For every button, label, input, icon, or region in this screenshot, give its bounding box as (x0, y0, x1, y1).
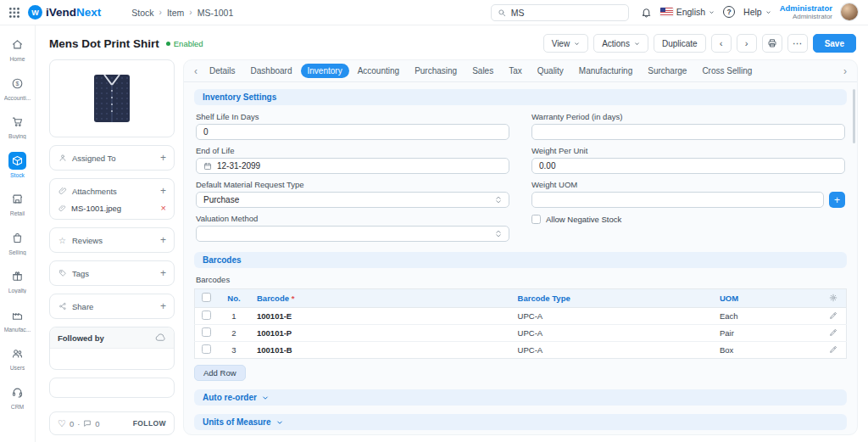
tab-inventory[interactable]: Inventory (301, 64, 349, 78)
sidebar-item-buying[interactable]: Buying (0, 113, 35, 152)
remove-attachment-icon[interactable]: × (161, 203, 166, 213)
add-tag-button[interactable]: + (160, 268, 166, 278)
breadcrumb-item[interactable]: Item (167, 8, 184, 18)
avatar[interactable] (841, 3, 858, 20)
global-search-input[interactable]: MS (491, 4, 629, 21)
save-button[interactable]: Save (813, 34, 856, 53)
col-uom: UOM (713, 289, 821, 308)
breadcrumb-stock[interactable]: Stock (131, 8, 153, 18)
tab-purchasing[interactable]: Purchasing (408, 64, 464, 78)
row-checkbox[interactable] (202, 344, 211, 354)
share-add-button[interactable]: + (160, 301, 166, 311)
end-of-life-date-input[interactable]: 12-31-2099 (196, 158, 509, 174)
gift-icon (8, 267, 26, 285)
tab-dashboard[interactable]: Dashboard (244, 64, 299, 78)
allow-negative-stock-checkbox[interactable] (531, 215, 541, 224)
like-heart-icon[interactable]: ♡ (58, 418, 66, 429)
apps-grid-icon[interactable] (8, 7, 19, 18)
grid-settings-gear-icon[interactable] (829, 294, 837, 302)
star-icon: ☆ (58, 236, 67, 245)
help-circle-icon[interactable]: ? (723, 6, 735, 18)
sidebar-item-retail[interactable]: Retail (0, 190, 35, 229)
sidebar-item-crm[interactable]: CRM (0, 383, 35, 422)
followed-by-label: Followed by (58, 333, 104, 343)
sidebar-item-accounting[interactable]: $ Accounti... (0, 75, 35, 114)
print-button[interactable] (762, 34, 782, 53)
share-icon (58, 302, 67, 311)
edit-row-pencil-icon[interactable] (829, 328, 837, 337)
sidebar-item-loyalty[interactable]: Loyalty (0, 267, 35, 306)
chevron-down-icon (574, 41, 580, 47)
tags-label: Tags (72, 269, 89, 278)
select-all-checkbox[interactable] (202, 293, 211, 302)
attachment-file-link[interactable]: MS-1001.jpeg (71, 204, 121, 213)
tabs-scroll-left-icon[interactable]: ‹ (191, 65, 201, 77)
sidebar-item-stock[interactable]: Stock (0, 152, 35, 191)
uom-cell[interactable]: Each (713, 308, 821, 325)
tab-details[interactable]: Details (203, 64, 242, 78)
share-label: Share (72, 302, 93, 311)
weight-per-unit-input[interactable]: 0.00 (531, 158, 845, 174)
row-checkbox[interactable] (202, 311, 211, 320)
add-attachment-button[interactable]: + (160, 186, 166, 196)
comment-icon[interactable] (83, 419, 92, 428)
section-barcodes[interactable]: Barcodes (194, 252, 847, 268)
barcode-type-cell[interactable]: UPC-A (511, 325, 713, 342)
tab-quality[interactable]: Quality (531, 64, 570, 78)
brand-logo[interactable]: W iVendNext (28, 5, 101, 20)
section-units-of-measure[interactable]: Units of Measure (194, 414, 847, 430)
add-review-button[interactable]: + (160, 235, 166, 245)
barcode-cell[interactable]: 100101-E (250, 308, 511, 325)
warranty-period-input[interactable] (531, 124, 845, 140)
uom-cell[interactable]: Pair (713, 325, 821, 342)
help-menu[interactable]: Help (743, 7, 771, 17)
tab-tax[interactable]: Tax (502, 64, 529, 78)
tab-manufacturing[interactable]: Manufacturing (572, 64, 639, 78)
row-checkbox[interactable] (202, 327, 211, 337)
section-auto-reorder[interactable]: Auto re-order (194, 389, 847, 406)
language-label: English (676, 7, 705, 17)
row-no: 1 (218, 308, 250, 325)
valuation-method-select[interactable] (196, 226, 509, 242)
next-record-button[interactable]: › (737, 34, 757, 53)
notifications-bell-icon[interactable] (641, 7, 652, 18)
field-allow-negative-stock: Allow Negative Stock (531, 214, 845, 242)
barcode-cell[interactable]: 100101-P (250, 325, 511, 342)
language-selector[interactable]: English (660, 7, 715, 17)
edit-row-pencil-icon[interactable] (829, 345, 837, 354)
more-menu-button[interactable]: ⋯ (787, 34, 808, 53)
default-material-request-type-select[interactable]: Purchase (196, 192, 509, 208)
sidebar-item-manufacturing[interactable]: Manufac... (0, 306, 35, 345)
sidebar-item-home[interactable]: Home (0, 36, 35, 75)
item-image[interactable] (49, 59, 175, 137)
add-weight-uom-button[interactable]: + (829, 192, 845, 208)
edit-row-pencil-icon[interactable] (829, 311, 837, 320)
add-row-button[interactable]: Add Row (194, 365, 246, 381)
uom-cell[interactable]: Box (713, 342, 821, 359)
add-assignment-button[interactable]: + (160, 153, 166, 163)
tabs-scroll-right-icon[interactable]: › (840, 65, 850, 77)
actions-button[interactable]: Actions (593, 34, 648, 53)
user-menu[interactable]: Administrator Administrator (780, 3, 832, 21)
duplicate-button[interactable]: Duplicate (654, 34, 706, 53)
tab-sales[interactable]: Sales (465, 64, 500, 78)
tab-surcharge[interactable]: Surcharge (641, 64, 693, 78)
weight-uom-input[interactable] (531, 192, 824, 208)
barcode-cell[interactable]: 100101-B (250, 342, 511, 359)
tab-cross-selling[interactable]: Cross Selling (695, 64, 759, 78)
follow-button[interactable]: FOLLOW (133, 419, 166, 428)
col-no: No. (218, 289, 250, 308)
barcode-type-cell[interactable]: UPC-A (511, 342, 713, 359)
sidebar-item-selling[interactable]: Selling (0, 229, 35, 268)
barcode-type-cell[interactable]: UPC-A (511, 308, 713, 325)
prev-record-button[interactable]: ‹ (711, 34, 732, 53)
section-inventory-settings[interactable]: Inventory Settings (194, 89, 847, 105)
breadcrumb-current[interactable]: MS-1001 (198, 8, 234, 18)
tab-accounting[interactable]: Accounting (351, 64, 406, 78)
cloud-icon[interactable] (155, 333, 166, 342)
scrollbar-thumb[interactable] (853, 89, 855, 143)
sidebar-item-users[interactable]: Users (0, 344, 35, 383)
shelf-life-input[interactable]: 0 (196, 124, 509, 140)
view-button[interactable]: View (543, 34, 589, 53)
search-icon (498, 8, 506, 17)
